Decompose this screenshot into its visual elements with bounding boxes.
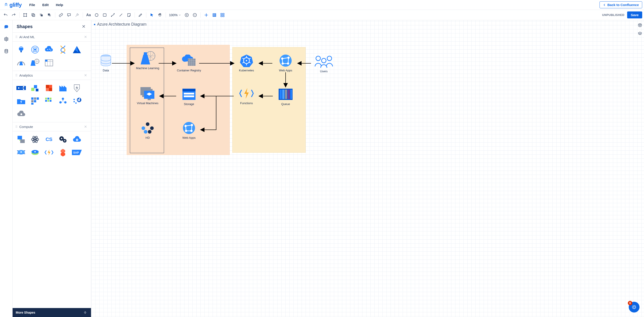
drag-handle-icon[interactable]: ⠿: [15, 74, 17, 77]
node-data[interactable]: Data: [94, 54, 118, 72]
shape-hex-graph[interactable]: [58, 96, 68, 106]
zoom-select[interactable]: 100%: [168, 13, 182, 17]
pointer-tool-button[interactable]: [148, 11, 156, 19]
shape-sap[interactable]: SAP: [72, 147, 82, 157]
svg-point-101: [316, 56, 320, 61]
connector-tool-button[interactable]: [109, 11, 116, 19]
shape-disks[interactable]: [30, 147, 40, 157]
shapes-scroll[interactable]: ⠿ AI And ML ✕ ⠿ Analytics: [12, 32, 91, 317]
shape-calendar-grid[interactable]: [44, 58, 54, 68]
node-users[interactable]: Users: [312, 55, 336, 73]
node-storage[interactable]: Storage: [176, 88, 201, 106]
rect-tool-button[interactable]: [101, 11, 108, 19]
shape-gauge-flask[interactable]: [16, 58, 26, 68]
panel-close-button[interactable]: ✕: [80, 23, 88, 30]
node-functions[interactable]: Functions: [234, 87, 259, 105]
drag-handle-icon[interactable]: ⠿: [15, 125, 17, 129]
shape-doc-arrow[interactable]: [16, 134, 26, 144]
svg-point-130: [640, 24, 641, 25]
snap-grid-button[interactable]: [202, 11, 210, 19]
shape-factory-bars[interactable]: [58, 83, 68, 93]
line-tool-button[interactable]: [117, 11, 125, 19]
canvas-area[interactable]: Azure Architecture Diagram Data Machine …: [91, 20, 644, 317]
node-container-registry[interactable]: Container Registry: [176, 54, 201, 72]
save-button[interactable]: Save: [627, 11, 642, 18]
menu-help[interactable]: Help: [53, 1, 66, 8]
shape-mosaic-1[interactable]: [30, 96, 40, 106]
note-tool-button[interactable]: [125, 11, 133, 19]
node-virtual-machines[interactable]: Virtual Machines: [135, 87, 160, 105]
shape-disk-target[interactable]: [16, 147, 26, 157]
shape-flow-nodes[interactable]: [16, 83, 26, 93]
bring-front-button[interactable]: [38, 11, 45, 19]
group-button[interactable]: [21, 11, 29, 19]
page-grid-button[interactable]: [219, 11, 226, 19]
svg-rect-41: [46, 85, 49, 88]
node-hd[interactable]: HD: [135, 121, 160, 139]
shape-gear-dark[interactable]: [58, 134, 68, 144]
show-grid-button[interactable]: [210, 11, 218, 19]
category-close-icon[interactable]: ✕: [83, 34, 88, 39]
svg-rect-67: [18, 136, 22, 139]
shape-brain-bulb[interactable]: [16, 45, 26, 54]
more-shapes-button[interactable]: More Shapes: [12, 308, 91, 317]
ellipse-tool-button[interactable]: [93, 11, 100, 19]
zoom-out-button[interactable]: [191, 11, 199, 19]
redo-button[interactable]: [10, 11, 18, 19]
pan-tool-button[interactable]: [156, 11, 164, 19]
node-kubernetes[interactable]: Kubernetes: [234, 54, 259, 72]
shape-mosaic-2[interactable]: [44, 96, 54, 106]
comment-button[interactable]: [65, 11, 73, 19]
data-tab-icon[interactable]: [2, 47, 10, 55]
back-to-confluence-button[interactable]: Back to Confluence: [600, 1, 642, 8]
shape-gear-cloud2[interactable]: [72, 134, 82, 144]
shape-shield-bolt[interactable]: [72, 83, 82, 93]
theme-icon[interactable]: [637, 22, 643, 28]
link-button[interactable]: [57, 11, 65, 19]
shape-dna[interactable]: [58, 45, 68, 54]
shape-red-cubes[interactable]: [44, 83, 54, 93]
send-back-button[interactable]: [46, 11, 53, 19]
node-queue[interactable]: Queue: [273, 88, 298, 106]
category-close-icon[interactable]: ✕: [83, 73, 88, 78]
text-tool-button[interactable]: Aa: [85, 11, 92, 19]
drag-handle-icon[interactable]: ⠿: [15, 35, 17, 39]
layers-icon[interactable]: [637, 31, 643, 36]
category-close-icon[interactable]: ✕: [83, 124, 88, 129]
shape-atom[interactable]: [30, 134, 40, 144]
settings-tab-icon[interactable]: [2, 35, 10, 43]
pencil-tool-button[interactable]: [136, 11, 144, 19]
shapes-tab-icon[interactable]: [2, 23, 10, 31]
shape-chip[interactable]: [30, 45, 40, 54]
shape-dots-bar[interactable]: [72, 96, 82, 106]
svg-rect-68: [20, 139, 25, 143]
undo-button[interactable]: [2, 11, 10, 19]
node-machine-learning[interactable]: Machine Learning: [135, 52, 160, 70]
menu-edit[interactable]: Edit: [39, 1, 52, 8]
shape-cloud-brain[interactable]: [44, 45, 54, 54]
node-web-apps-2[interactable]: Web Apps: [176, 121, 201, 139]
shape-hex-orange[interactable]: [58, 147, 68, 157]
shape-gear-cloud[interactable]: [16, 109, 26, 119]
menu-file[interactable]: File: [26, 1, 38, 8]
svg-rect-38: [31, 88, 34, 91]
shape-flask-globe[interactable]: [30, 58, 40, 68]
shape-folder-bolt[interactable]: [16, 96, 26, 106]
category-header-analytics[interactable]: ⠿ Analytics ✕: [12, 71, 91, 80]
shape-diag-squares[interactable]: [30, 83, 40, 93]
svg-rect-19: [223, 13, 224, 14]
diagram-title[interactable]: Azure Architecture Diagram: [94, 22, 146, 27]
category-header-compute[interactable]: ⠿ Compute ✕: [12, 122, 91, 131]
shape-cs-logo[interactable]: CS: [44, 134, 54, 144]
help-fab[interactable]: 6: [629, 302, 640, 313]
zoom-in-button[interactable]: [183, 11, 190, 19]
svg-text:SAP: SAP: [73, 151, 79, 154]
expand-panel-icon[interactable]: [82, 310, 88, 315]
eyedropper-button[interactable]: [73, 11, 81, 19]
node-web-apps-1[interactable]: Web Apps: [273, 54, 298, 72]
svg-rect-111: [184, 95, 194, 97]
copy-button[interactable]: [30, 11, 37, 19]
shape-azure-triangle[interactable]: [72, 45, 82, 54]
category-header-ai-ml[interactable]: ⠿ AI And ML ✕: [12, 32, 91, 41]
shape-bolt-brackets[interactable]: [44, 147, 54, 157]
